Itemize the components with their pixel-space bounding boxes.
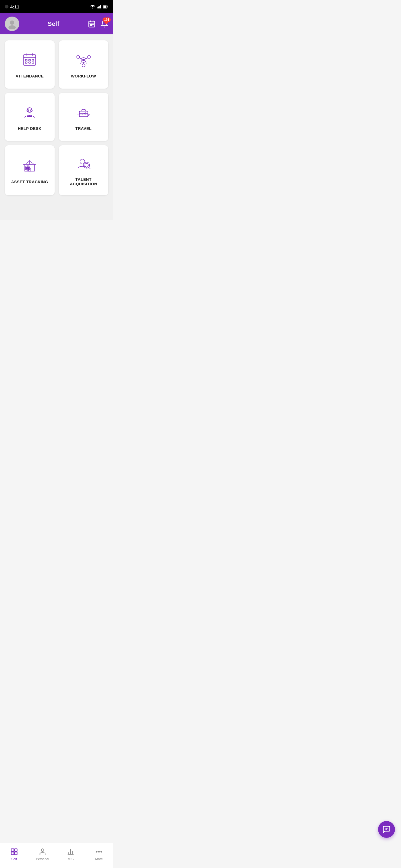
status-dot [5,5,8,8]
wifi-icon [90,5,95,8]
travel-label: TRAVEL [76,126,92,131]
header-actions: 191 [88,20,108,28]
svg-rect-28 [32,62,34,63]
svg-line-49 [89,167,90,169]
calendar-button[interactable] [88,20,96,28]
svg-rect-23 [25,59,27,61]
svg-rect-15 [93,24,93,25]
page-title: Self [48,21,59,27]
signal-icon [97,5,101,8]
attendance-icon [21,51,39,69]
svg-rect-25 [32,59,34,61]
attendance-card[interactable]: ATTENDANCE [5,40,55,89]
avatar-icon [7,19,18,29]
svg-point-50 [85,163,88,167]
talent-acquisition-label: TALENT ACQUISITION [64,177,104,186]
svg-point-31 [87,56,90,59]
workflow-card[interactable]: WORKFLOW [59,40,109,89]
notifications-button[interactable]: 191 [101,20,108,28]
travel-icon [75,103,93,121]
svg-point-32 [82,64,85,67]
svg-rect-26 [25,62,27,63]
status-time: 4:11 [10,4,19,9]
app-header: Self 191 [0,13,113,34]
notification-badge: 191 [103,18,111,22]
attendance-label: ATTENDANCE [16,74,44,79]
svg-rect-14 [91,24,92,25]
svg-rect-27 [29,62,30,63]
svg-rect-3 [99,6,100,8]
travel-card[interactable]: TRAVEL [59,93,109,141]
svg-rect-6 [104,5,107,8]
svg-point-8 [8,25,16,29]
workflow-label: WORKFLOW [71,74,96,79]
calendar-icon [88,20,96,28]
asset-tracking-card[interactable]: ASSET TRACKING [5,145,55,195]
talent-acquisition-icon [75,154,93,173]
asset-tracking-icon [21,157,39,175]
svg-rect-17 [91,25,92,26]
avatar[interactable] [5,17,19,31]
svg-point-33 [82,59,85,61]
module-grid: ATTENDANCE WORKFLOW [5,40,108,195]
svg-rect-4 [100,5,101,8]
main-content: ATTENDANCE WORKFLOW [0,34,113,220]
workflow-icon [75,51,93,69]
svg-point-7 [10,21,14,25]
svg-rect-24 [29,59,30,61]
status-icons [90,5,108,8]
svg-rect-38 [79,111,88,117]
helpdesk-card[interactable]: HELP DESK [5,93,55,141]
svg-point-0 [92,8,93,9]
svg-point-30 [77,56,80,59]
helpdesk-label: HELP DESK [18,126,41,131]
battery-icon [103,5,108,8]
svg-rect-1 [97,7,98,8]
talent-acquisition-card[interactable]: TALENT ACQUISITION [59,145,109,195]
status-bar: 4:11 [0,0,113,13]
asset-tracking-label: ASSET TRACKING [11,180,48,184]
svg-rect-13 [90,24,91,25]
svg-rect-2 [98,7,99,9]
helpdesk-icon [21,103,39,121]
svg-rect-16 [90,25,91,26]
